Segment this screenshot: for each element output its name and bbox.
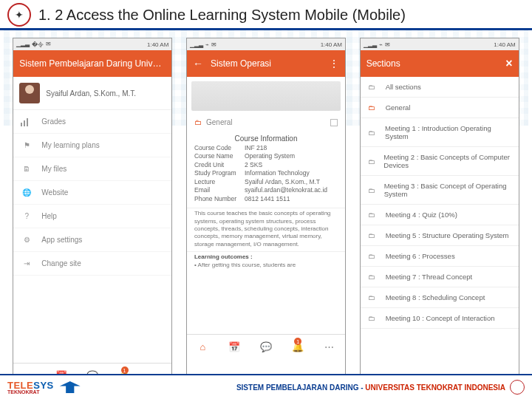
section-all[interactable]: 🗀All sections <box>361 77 519 98</box>
section-meeting-3[interactable]: 🗀Meeting 3 : Basic Concept of Operating … <box>361 176 519 205</box>
info-key: Course Name <box>194 152 245 160</box>
footer-text-2: UNIVERSITAS TEKNOKRAT INDONESIA <box>365 383 505 392</box>
university-seal-icon: ✦ <box>7 3 31 27</box>
signal-icon: ▁▂▃ <box>364 41 377 48</box>
folder-icon: 🗀 <box>368 293 378 301</box>
menu-label: Website <box>41 188 68 197</box>
folder-icon: 🗀 <box>368 186 377 194</box>
nav-calendar[interactable]: 📅 <box>219 335 250 359</box>
info-key: Email <box>194 186 245 194</box>
course-body: 🗀 General Course Information Course Code… <box>187 77 345 334</box>
section-label: Meeting 3 : Basic Concept of Operating S… <box>384 182 511 198</box>
info-val: INF 218 <box>245 144 338 152</box>
info-key: Credit Unit <box>194 161 245 169</box>
folder-icon: 🗀 <box>368 129 378 137</box>
clock-text: 1:40 AM <box>494 41 515 48</box>
wifi-icon: ⌁ <box>379 41 383 48</box>
menu-change-site[interactable]: ⇥ Change site <box>13 252 171 276</box>
section-label: Meeting 4 : Quiz (10%) <box>386 211 457 219</box>
phone-8: ▁▂▃ ⌁ ✉ 1:40 AM ← Sistem Operasi ⋮ 🗀 Gen… <box>186 38 346 389</box>
course-description: This course teaches the basic concepts o… <box>187 208 345 250</box>
svg-rect-2 <box>27 118 28 126</box>
globe-icon: 🌐 <box>21 188 33 197</box>
app-bar: Sections × <box>361 50 519 77</box>
bars-icon <box>21 117 33 126</box>
svg-rect-1 <box>24 120 25 126</box>
section-label: Meeting 1 : Introduction Operating Syste… <box>385 124 511 140</box>
msg-icon: ✉ <box>46 41 51 49</box>
nav-more[interactable]: ⋯ <box>313 335 345 359</box>
section-meeting-4[interactable]: 🗀Meeting 4 : Quiz (10%) <box>361 205 519 225</box>
phone-9: ▁▂▃ ⌁ ✉ 1:40 AM Sections × 🗀All sections… <box>360 38 519 389</box>
close-icon[interactable]: × <box>505 57 512 70</box>
section-meeting-8[interactable]: 🗀Meeting 8 : Scheduling Concept <box>361 287 519 308</box>
menu-my-files[interactable]: 🗎 My files <box>13 157 171 181</box>
section-meeting-6[interactable]: 🗀Meeting 6 : Processes <box>361 246 519 267</box>
nav-chat[interactable]: 💬 <box>250 335 282 359</box>
bottom-nav: ⌂ 📅 💬 🔔1 ⋯ <box>187 334 345 359</box>
status-bar: ▁▂▃ ⌁ ✉ 1:40 AM <box>361 38 519 50</box>
msg-icon: ✉ <box>385 41 390 48</box>
msg-icon: ✉ <box>211 41 216 48</box>
section-label: Meeting 6 : Processes <box>386 252 455 260</box>
app-bar: Sistem Pembelajaran Daring Universitas .… <box>13 50 171 77</box>
folder-label: General <box>206 118 233 126</box>
section-label: Meeting 7 : Thread Concept <box>386 273 473 281</box>
folder-icon: 🗀 <box>368 157 377 166</box>
nav-home[interactable]: ⌂ <box>187 335 219 359</box>
app-bar-title: Sistem Operasi <box>211 58 329 69</box>
flag-icon: ⚑ <box>21 141 33 149</box>
menu-label: My learning plans <box>41 141 99 149</box>
badge: 1 <box>294 338 301 345</box>
nav-bell[interactable]: 🔔1 <box>282 335 313 359</box>
footer-brand: TELESYS TEKNOKRAT <box>7 380 81 395</box>
back-icon[interactable]: ← <box>193 58 203 69</box>
folder-icon: 🗀 <box>368 314 378 322</box>
menu-label: Help <box>41 212 57 220</box>
checkbox[interactable] <box>330 119 338 126</box>
footer-text-1: SISTEM PEMBELAJARAN DARING - <box>236 383 365 392</box>
folder-icon: 🗀 <box>368 252 378 260</box>
app-bar-title: Sections <box>366 58 506 69</box>
section-meeting-10[interactable]: 🗀Meeting 10 : Concept of Interaction <box>361 308 519 329</box>
folder-icon: 🗀 <box>368 103 378 112</box>
course-info-title: Course Information <box>194 134 338 143</box>
section-label: Meeting 8 : Scheduling Concept <box>386 293 485 301</box>
slide-header: ✦ 1. 2 Access the Online Learning System… <box>0 0 532 30</box>
app-bar-title: Sistem Pembelajaran Daring Universitas .… <box>19 58 166 69</box>
course-info: Course Information Course CodeINF 218 Co… <box>187 129 345 206</box>
profile-row[interactable]: Syaiful Ardan, S.Kom., M.T. <box>13 77 171 110</box>
menu-label: Grades <box>41 117 66 126</box>
folder-icon: 🗀 <box>368 273 378 281</box>
menu-label: App settings <box>41 236 82 244</box>
folder-icon: 🗀 <box>368 211 378 219</box>
exit-icon: ⇥ <box>21 259 33 267</box>
clock-text: 1:40 AM <box>147 41 168 48</box>
folder-general[interactable]: 🗀 General <box>187 115 345 129</box>
section-meeting-5[interactable]: 🗀Meeting 5 : Structure Operating System <box>361 225 519 246</box>
section-meeting-7[interactable]: 🗀Meeting 7 : Thread Concept <box>361 267 519 287</box>
menu-learning-plans[interactable]: ⚑ My learning plans <box>13 134 171 157</box>
info-val: 0812 1441 1511 <box>245 195 338 203</box>
info-key: Phone Number <box>194 195 245 203</box>
menu-help[interactable]: ? Help <box>13 205 171 228</box>
menu-label: My files <box>41 165 66 173</box>
folder-icon: 🗀 <box>368 231 378 239</box>
menu-grades[interactable]: Grades <box>13 110 171 134</box>
menu-label: Change site <box>41 259 81 267</box>
drawer-menu: Grades ⚑ My learning plans 🗎 My files 🌐 … <box>13 110 171 276</box>
section-meeting-1[interactable]: 🗀Meeting 1 : Introduction Operating Syst… <box>361 118 519 147</box>
section-general[interactable]: 🗀General <box>361 98 519 118</box>
profile-name: Syaiful Ardan, S.Kom., M.T. <box>46 89 136 98</box>
avatar <box>19 83 40 103</box>
kebab-icon[interactable]: ⋮ <box>329 58 339 69</box>
menu-website[interactable]: 🌐 Website <box>13 181 171 205</box>
section-meeting-2[interactable]: 🗀Meeting 2 : Basic Concepts of Computer … <box>361 147 519 176</box>
info-key: Study Program <box>194 169 245 177</box>
folder-icon: 🗀 <box>194 118 202 126</box>
outcome-line: • After getting this course, students ar… <box>194 262 338 269</box>
menu-app-settings[interactable]: ⚙ App settings <box>13 228 171 252</box>
signal-icon: ▁▂▃ <box>190 41 203 48</box>
app-bar: ← Sistem Operasi ⋮ <box>187 50 345 77</box>
file-icon: 🗎 <box>21 165 33 173</box>
